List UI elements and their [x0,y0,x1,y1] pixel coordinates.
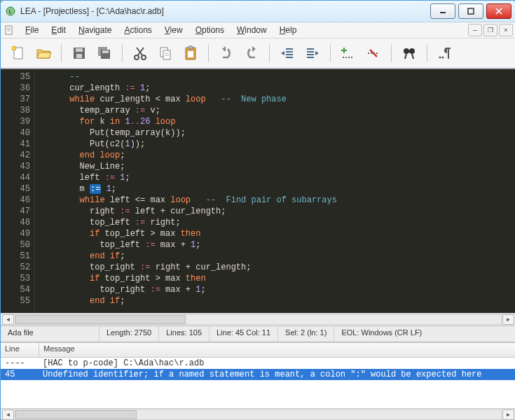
menu-help[interactable]: Help [273,24,303,36]
scroll-thumb[interactable] [15,315,186,324]
cut-button[interactable] [128,41,152,65]
line-number: 50 [1,239,30,251]
scroll-left-button[interactable]: ◄ [2,410,14,420]
line-number: 43 [1,161,30,172]
line-number: 54 [1,284,30,295]
paste-button[interactable] [179,41,202,65]
code-line[interactable]: while left <= max loop -- Find pair of s… [39,195,515,206]
code-line[interactable]: Put(c2(1)); [39,139,515,150]
statusbar: Ada file Length: 2750 Lines: 105 Line: 4… [1,326,515,342]
outdent-button[interactable] [275,41,299,65]
menubar: FileEditNavigateActionsViewOptionsWindow… [1,22,515,38]
line-number: 44 [1,172,30,183]
code-line[interactable]: end if; [39,295,515,307]
code-line[interactable]: for k in 1..26 loop [39,116,515,127]
code-line[interactable]: top_right := max + 1; [39,284,515,295]
open-button[interactable] [32,41,55,65]
code-line[interactable]: end if; [39,251,515,262]
message-line-no: ---- [1,358,39,369]
code-line[interactable]: top_left := right; [39,217,515,228]
messages-list[interactable]: ----[HAC to p-code] C:\Ada\hac\r.adb45Un… [1,358,515,408]
code-line[interactable]: while cur_length < max loop -- New phase [39,94,515,105]
code-line[interactable]: m := 1; [39,183,515,195]
status-position: Line: 45 Col: 11 [210,326,278,342]
code-line[interactable]: right := left + cur_length; [39,206,515,217]
svg-rect-28 [188,51,193,57]
menu-navigate[interactable]: Navigate [72,24,118,36]
messages-pane: Line Message ----[HAC to p-code] C:\Ada\… [1,342,515,420]
line-number: 49 [1,228,30,239]
line-number: 40 [1,127,30,139]
redo-button[interactable] [240,41,263,65]
menu-options[interactable]: Options [189,24,231,36]
code-line[interactable]: top_left := max + 1; [39,239,515,251]
svg-rect-13 [76,48,83,52]
editor-gutter: 3536373839404142434445464748495051525354… [1,69,35,313]
new-file-button[interactable] [6,41,30,65]
code-line[interactable]: New_Line; [39,161,515,172]
code-line[interactable]: -- [39,71,515,83]
menu-file[interactable]: File [19,24,45,36]
toolbar-separator [330,44,331,62]
svg-point-11 [12,46,16,50]
menu-edit[interactable]: Edit [45,24,72,36]
toolbar-separator [391,44,392,62]
minimize-button[interactable] [430,4,455,19]
window-title: LEA - [Projectless] - [C:\Ada\hac\r.adb] [20,6,164,16]
message-row[interactable]: ----[HAC to p-code] C:\Ada\hac\r.adb [1,358,515,369]
code-line[interactable]: end loop; [39,150,515,161]
menu-actions[interactable]: Actions [118,24,158,36]
line-number: 47 [1,206,30,217]
close-button[interactable] [486,4,511,19]
svg-line-45 [405,54,406,59]
svg-rect-27 [188,46,193,49]
code-line[interactable]: left := 1; [39,172,515,183]
toolbar-separator [122,44,123,62]
code-line[interactable]: if top_right > max then [39,273,515,284]
scroll-thumb[interactable] [15,410,137,419]
scroll-left-button[interactable]: ◄ [2,314,14,325]
line-number: 53 [1,273,30,284]
status-selection: Sel: 2 (ln: 1) [278,326,334,342]
messages-horizontal-scrollbar[interactable]: ◄ ► [1,408,515,420]
code-editor[interactable]: 3536373839404142434445464748495051525354… [1,69,515,313]
messages-header: Line Message [1,343,515,358]
scroll-right-button[interactable]: ► [502,314,514,325]
remove-line-button[interactable] [362,41,385,65]
line-number: 46 [1,195,30,206]
show-pilcrow-button[interactable] [433,41,457,65]
scroll-track[interactable] [15,314,502,325]
save-button[interactable] [67,41,91,65]
editor-content[interactable]: -- cur_length := 1; while cur_length < m… [35,69,515,313]
save-all-button[interactable] [92,41,116,65]
scroll-right-button[interactable]: ► [502,410,514,420]
code-line[interactable]: Put(temp_array(k)); [39,127,515,139]
mdi-restore-button[interactable]: ❐ [483,24,497,36]
toolbar-separator [427,44,427,62]
menu-view[interactable]: View [158,24,189,36]
messages-col-line[interactable]: Line [1,343,39,357]
message-row[interactable]: 45Undefined identifier; if a named state… [1,369,515,380]
find-button[interactable] [397,41,421,65]
svg-point-47 [439,57,441,59]
code-line[interactable]: top_right := right + cur_length; [39,262,515,273]
maximize-button[interactable] [458,4,483,19]
code-line[interactable]: temp_array := v; [39,105,515,116]
code-line[interactable]: cur_length := 1; [39,83,515,94]
indent-button[interactable] [301,41,324,65]
add-line-button[interactable] [336,41,360,65]
status-length: Length: 2750 [99,326,159,342]
editor-horizontal-scrollbar[interactable]: ◄ ► [1,313,515,326]
message-text: Undefined identifier; if a named stateme… [39,369,515,380]
mdi-close-button[interactable]: × [499,24,513,36]
menu-window[interactable]: Window [231,24,273,36]
svg-rect-14 [76,54,82,58]
undo-button[interactable] [214,41,238,65]
scroll-track[interactable] [15,410,502,420]
copy-button[interactable] [153,41,177,65]
line-number: 48 [1,217,30,228]
messages-col-message[interactable]: Message [39,343,515,357]
svg-rect-17 [102,50,109,53]
mdi-minimize-button[interactable]: ─ [468,24,482,36]
code-line[interactable]: if top_left > max then [39,228,515,239]
